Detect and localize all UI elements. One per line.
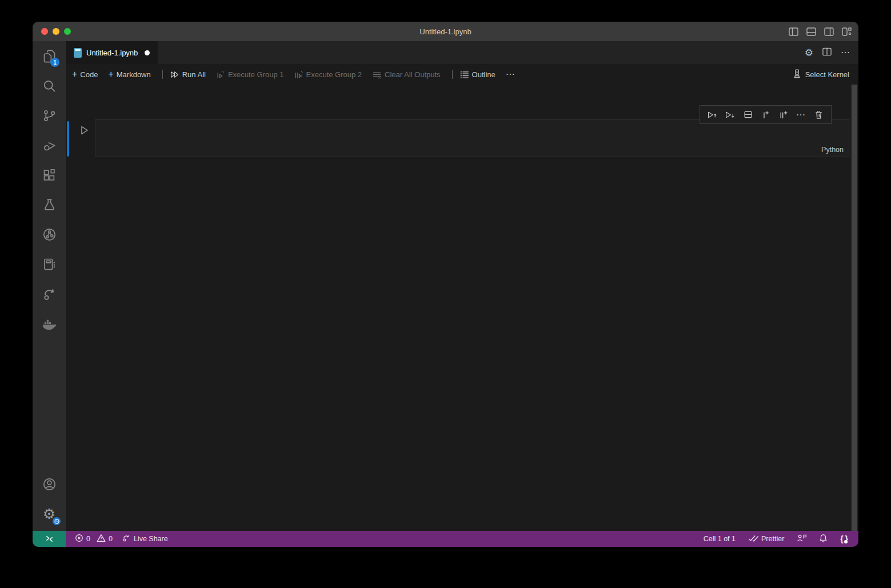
outline-button[interactable]: Outline: [460, 70, 496, 79]
cell-language-picker[interactable]: Python: [821, 146, 844, 154]
bell-icon: [819, 534, 828, 545]
editor-area: Untitled-1.ipynb ⚙ ⋯ + Code + Markdown: [66, 41, 858, 531]
feedback-person-flag-icon: [797, 534, 806, 544]
notifications-status[interactable]: [819, 534, 828, 545]
run-all-icon: [170, 70, 179, 79]
cell-position-status[interactable]: Cell 1 of 1: [704, 535, 736, 543]
sidebar-item-live-share[interactable]: [33, 279, 66, 309]
clear-all-outputs-icon: [372, 70, 382, 79]
prettier-status[interactable]: Prettier: [748, 534, 784, 544]
settings-update-clock-badge: [53, 517, 61, 525]
warnings-icon: [97, 534, 106, 544]
errors-icon: [75, 534, 83, 544]
toolbar-separator: [162, 70, 163, 79]
tab-bar: Untitled-1.ipynb ⚙ ⋯: [66, 41, 858, 64]
notebook-editor: Python: [66, 85, 850, 531]
split-cell-button[interactable]: [739, 107, 757, 123]
toggle-primary-sidebar-icon[interactable]: [789, 27, 798, 36]
search-icon: [42, 78, 57, 94]
explorer-badge: 1: [50, 58, 59, 67]
toolbar-separator: [452, 70, 453, 79]
more-toolbar-actions-button[interactable]: ⋯: [506, 70, 516, 79]
live-share-status-icon: [122, 534, 131, 544]
notebook-scrollbar[interactable]: [850, 85, 858, 531]
title-bar: Untitled-1.ipynb: [33, 22, 858, 41]
execute-above-cells-button[interactable]: [704, 107, 721, 123]
sidebar-item-jupyter-notebook[interactable]: [33, 249, 66, 279]
add-to-group-2-icon[interactable]: [774, 107, 792, 123]
notebook-toolbar: + Code + Markdown Run All E: [66, 64, 858, 85]
error-count: 0: [86, 535, 90, 543]
double-check-icon: [748, 534, 758, 544]
toggle-panel-icon[interactable]: [806, 27, 816, 36]
sidebar-item-source-control[interactable]: [33, 101, 66, 130]
plus-icon: +: [108, 70, 113, 79]
remote-indicator[interactable]: [33, 531, 66, 547]
extensions-icon: [42, 167, 57, 183]
run-all-button[interactable]: Run All: [170, 70, 206, 79]
live-share-status[interactable]: Live Share: [122, 534, 168, 544]
customize-layout-icon[interactable]: [842, 27, 852, 36]
activity-bar: 1: [33, 41, 66, 531]
sidebar-item-search[interactable]: [33, 71, 66, 101]
execute-group-2-icon: [294, 70, 303, 79]
clear-all-outputs-button[interactable]: Clear All Outputs: [372, 70, 441, 79]
braces-extension-status[interactable]: { }: [840, 534, 848, 543]
sidebar-item-testing[interactable]: [33, 190, 66, 219]
more-cell-actions-icon[interactable]: ⋯: [792, 107, 810, 123]
add-code-cell-button[interactable]: + Code: [72, 70, 98, 79]
execute-group-1-button[interactable]: Execute Group 1: [216, 70, 284, 79]
toggle-secondary-sidebar-icon[interactable]: [824, 27, 834, 36]
add-to-group-1-icon[interactable]: [757, 107, 774, 123]
code-cell[interactable]: Python: [95, 119, 849, 157]
kernel-icon: [792, 69, 802, 81]
live-share-icon: [42, 286, 57, 302]
docker-whale-icon: [41, 315, 57, 331]
execute-group-2-button[interactable]: Execute Group 2: [294, 70, 362, 79]
unsaved-changes-dot[interactable]: [145, 50, 150, 55]
split-editor-icon[interactable]: [822, 47, 832, 58]
sidebar-item-source-control-graph[interactable]: [33, 219, 66, 249]
cell-toolbar: ⋯: [700, 105, 832, 124]
account-icon: [42, 477, 57, 492]
scrollbar-thumb[interactable]: [852, 85, 857, 531]
tab-untitled-1-ipynb[interactable]: Untitled-1.ipynb: [66, 41, 158, 64]
run-and-debug-icon: [42, 138, 57, 153]
notebook-sidebar-icon: [42, 257, 57, 272]
sidebar-item-docker[interactable]: [33, 309, 66, 338]
run-cell-button[interactable]: [78, 125, 90, 136]
feedback-status[interactable]: [797, 534, 806, 544]
sidebar-item-explorer[interactable]: 1: [33, 41, 66, 71]
more-editor-actions-icon[interactable]: ⋯: [841, 48, 850, 57]
sidebar-item-run-and-debug[interactable]: [33, 130, 66, 160]
sidebar-item-settings[interactable]: ⚙: [33, 499, 66, 529]
execute-cell-and-below-button[interactable]: [721, 107, 739, 123]
more-actions-icon: ⋯: [506, 70, 516, 79]
sidebar-item-extensions[interactable]: [33, 160, 66, 190]
testing-flask-icon: [42, 197, 57, 213]
add-markdown-cell-button[interactable]: + Markdown: [108, 70, 150, 79]
status-bar: 0 0 Live Share Cell 1 of 1: [33, 531, 858, 547]
sidebar-item-accounts[interactable]: [33, 469, 66, 499]
outline-list-icon: [460, 70, 469, 79]
commit-graph-icon: [42, 227, 57, 242]
cell-focus-indicator[interactable]: [67, 121, 69, 157]
execute-group-1-icon: [216, 70, 225, 79]
problems-status[interactable]: 0 0: [75, 534, 113, 544]
delete-cell-icon[interactable]: [810, 107, 828, 123]
notebook-settings-gear-icon[interactable]: ⚙: [805, 48, 813, 58]
source-control-icon: [42, 108, 57, 123]
select-kernel-button[interactable]: Select Kernel: [792, 69, 849, 81]
plus-icon: +: [72, 70, 77, 79]
tab-label: Untitled-1.ipynb: [86, 49, 138, 57]
vscode-window: Untitled-1.ipynb: [33, 22, 858, 547]
braces-icon: { }: [840, 534, 848, 543]
warning-count: 0: [109, 535, 113, 543]
window-title: Untitled-1.ipynb: [33, 27, 858, 36]
notebook-icon: [74, 48, 82, 58]
